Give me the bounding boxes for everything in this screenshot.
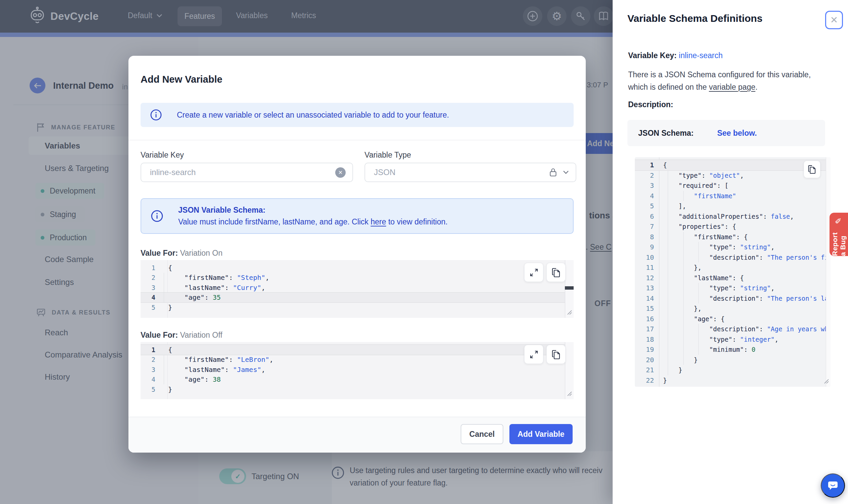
copy-icon <box>551 349 561 360</box>
variable-key-label: Variable Key <box>141 150 184 160</box>
copy-icon <box>551 268 561 277</box>
value-for-variation-off-label: Value For: Variation Off <box>141 331 222 340</box>
variable-type-label: Variable Type <box>364 150 411 160</box>
panel-title: Variable Schema Definitions <box>627 13 763 24</box>
screen: DevCycle Default Features Variables Metr… <box>0 0 848 504</box>
cancel-button[interactable]: Cancel <box>461 424 503 444</box>
json-schema-summary-box: JSON Schema: See below. <box>627 120 825 146</box>
expand-icon <box>530 350 538 359</box>
variation-on-editor[interactable]: 1{2 "firstName": "Steph",3 "lastName": "… <box>141 260 574 318</box>
expand-editor-button[interactable] <box>524 345 543 364</box>
schema-scrollbar[interactable] <box>826 157 831 387</box>
expand-editor-button[interactable] <box>524 263 543 282</box>
variable-key-link[interactable]: inline-search <box>679 51 723 60</box>
close-panel-button[interactable]: ✕ <box>825 11 843 29</box>
chat-bubble-icon <box>827 480 839 491</box>
add-variable-button[interactable]: Add Variable <box>509 424 573 444</box>
variation-on-code: 1{2 "firstName": "Steph",3 "lastName": "… <box>141 260 574 312</box>
add-variable-modal: Add New Variable Create a new variable o… <box>128 56 586 453</box>
variation-off-editor[interactable]: 1{2 "firstName": "LeBron",3 "lastName": … <box>141 342 574 399</box>
report-a-bug-label: Report a Bug <box>831 227 847 256</box>
modal-footer: Cancel Add Variable <box>128 417 586 453</box>
report-a-bug-tab[interactable]: ✎ Report a Bug <box>830 213 848 256</box>
variable-type-select[interactable]: JSON <box>364 163 576 182</box>
copy-code-button[interactable] <box>547 263 566 282</box>
variable-schema-panel: Variable Schema Definitions ✕ Variable K… <box>612 0 848 504</box>
modal-title: Add New Variable <box>141 74 222 85</box>
see-below-link[interactable]: See below. <box>717 129 757 138</box>
clear-input-icon[interactable]: ✕ <box>335 167 346 178</box>
banner-text: Create a new variable or select an unass… <box>177 110 449 120</box>
variation-off-code: 1{2 "firstName": "LeBron",3 "lastName": … <box>141 342 574 394</box>
scrollbar-thumb[interactable] <box>565 286 574 290</box>
info-circle-icon <box>151 210 163 222</box>
modal-divider <box>128 140 586 141</box>
schema-code-block[interactable]: 1{2 "type": "object",3 "required": [4 "f… <box>635 157 831 387</box>
value-for-variation-on-label: Value For: Variation On <box>141 249 223 258</box>
copy-code-button[interactable] <box>547 345 566 364</box>
copy-icon <box>808 165 816 174</box>
variable-page-link[interactable]: variable page <box>709 83 755 91</box>
copy-schema-button[interactable] <box>803 161 820 178</box>
pencil-icon: ✎ <box>834 217 843 224</box>
info-circle-icon <box>150 109 162 121</box>
chat-widget-button[interactable] <box>821 473 845 498</box>
panel-description-paragraph: There is a JSON Schema configured for th… <box>628 69 827 93</box>
json-schema-notice: JSON Variable Schema: Value must include… <box>141 198 574 234</box>
chevron-down-icon <box>563 170 569 174</box>
close-icon: ✕ <box>830 15 838 25</box>
notice-title: JSON Variable Schema: <box>178 205 448 215</box>
resize-handle-icon[interactable] <box>567 309 572 316</box>
view-definition-link[interactable]: here <box>370 217 386 226</box>
lock-icon <box>549 167 557 177</box>
modal-info-banner: Create a new variable or select an unass… <box>141 103 574 127</box>
notice-text: Value must include firstName, lastName, … <box>178 217 448 227</box>
description-label: Description: <box>628 100 673 109</box>
variable-key-input[interactable]: inline-search ✕ <box>141 163 353 182</box>
schema-code: 1{2 "type": "object",3 "required": [4 "f… <box>635 157 831 385</box>
resize-handle-icon[interactable] <box>824 378 829 385</box>
panel-variable-key: Variable Key: inline-search <box>628 51 723 60</box>
resize-handle-icon[interactable] <box>567 391 572 397</box>
expand-icon <box>530 268 538 277</box>
